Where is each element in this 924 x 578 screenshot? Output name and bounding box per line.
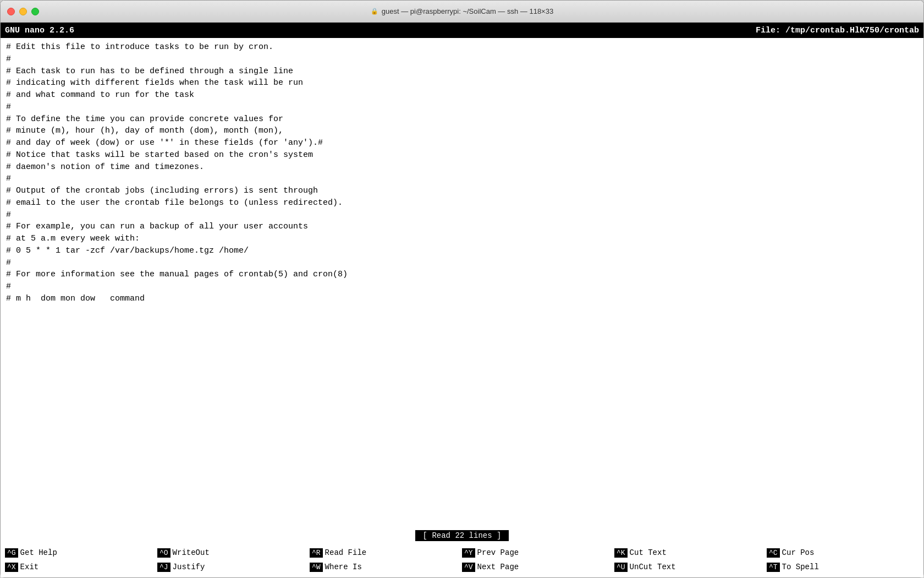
key-combo: ^V bbox=[462, 563, 475, 572]
nano-header: GNU nano 2.2.6 File: /tmp/crontab.HlK750… bbox=[1, 23, 923, 38]
key-label: To Spell bbox=[782, 563, 819, 571]
window-buttons bbox=[7, 8, 39, 15]
terminal-content[interactable]: GNU nano 2.2.6 File: /tmp/crontab.HlK750… bbox=[1, 23, 923, 577]
footer-item: ^CCur Pos bbox=[767, 548, 919, 558]
nano-filename: File: /tmp/crontab.HlK750/crontab bbox=[756, 26, 919, 35]
nano-version: GNU nano 2.2.6 bbox=[5, 26, 74, 35]
key-label: Get Help bbox=[20, 548, 57, 557]
footer-item: ^YPrev Page bbox=[462, 548, 614, 558]
footer-row-1: ^GGet Help^OWriteOut^RRead File^YPrev Pa… bbox=[5, 546, 919, 560]
footer-item: ^KCut Text bbox=[614, 548, 767, 558]
key-combo: ^J bbox=[157, 563, 170, 572]
footer-item: ^JJustify bbox=[157, 563, 310, 572]
footer-item: ^RRead File bbox=[310, 548, 462, 558]
key-combo: ^W bbox=[310, 563, 323, 572]
key-combo: ^C bbox=[767, 548, 780, 558]
key-combo: ^X bbox=[5, 563, 18, 572]
key-combo: ^G bbox=[5, 548, 18, 558]
key-combo: ^T bbox=[767, 563, 780, 572]
key-label: UnCut Text bbox=[630, 563, 676, 571]
maximize-button[interactable] bbox=[31, 8, 39, 15]
footer-item: ^TTo Spell bbox=[767, 563, 919, 572]
key-label: Prev Page bbox=[477, 548, 519, 557]
key-label: Justify bbox=[173, 563, 205, 571]
close-button[interactable] bbox=[7, 8, 15, 15]
key-combo: ^U bbox=[614, 563, 628, 572]
key-combo: ^Y bbox=[462, 548, 475, 558]
footer-row-2: ^XExit^JJustify^WWhere Is^VNext Page^UUn… bbox=[5, 560, 919, 574]
footer-item: ^UUnCut Text bbox=[614, 563, 767, 572]
window-title: 🔒 guest — pi@raspberrypi: ~/SoilCam — ss… bbox=[371, 7, 553, 15]
footer-item: ^VNext Page bbox=[462, 563, 614, 572]
footer-item: ^WWhere Is bbox=[310, 563, 462, 572]
key-label: WriteOut bbox=[173, 548, 210, 557]
key-combo: ^R bbox=[310, 548, 323, 558]
terminal-window: 🔒 guest — pi@raspberrypi: ~/SoilCam — ss… bbox=[0, 0, 924, 578]
key-label: Read File bbox=[325, 548, 367, 557]
key-label: Where Is bbox=[325, 563, 362, 571]
key-label: Cut Text bbox=[630, 548, 667, 557]
lock-icon: 🔒 bbox=[371, 8, 378, 15]
footer-item: ^OWriteOut bbox=[157, 548, 310, 558]
status-message: [ Read 22 lines ] bbox=[415, 530, 509, 541]
nano-editor-body[interactable]: # Edit this file to introduce tasks to b… bbox=[1, 38, 923, 528]
key-combo: ^O bbox=[157, 548, 170, 558]
minimize-button[interactable] bbox=[19, 8, 27, 15]
footer-item: ^XExit bbox=[5, 563, 157, 572]
key-label: Exit bbox=[20, 563, 39, 571]
title-bar: 🔒 guest — pi@raspberrypi: ~/SoilCam — ss… bbox=[1, 1, 923, 23]
nano-footer: ^GGet Help^OWriteOut^RRead File^YPrev Pa… bbox=[1, 543, 923, 577]
footer-item: ^GGet Help bbox=[5, 548, 157, 558]
key-label: Next Page bbox=[477, 563, 519, 571]
key-combo: ^K bbox=[614, 548, 628, 558]
status-bar: [ Read 22 lines ] bbox=[1, 528, 923, 543]
key-label: Cur Pos bbox=[782, 548, 815, 557]
editor-content: # Edit this file to introduce tasks to b… bbox=[6, 41, 918, 305]
